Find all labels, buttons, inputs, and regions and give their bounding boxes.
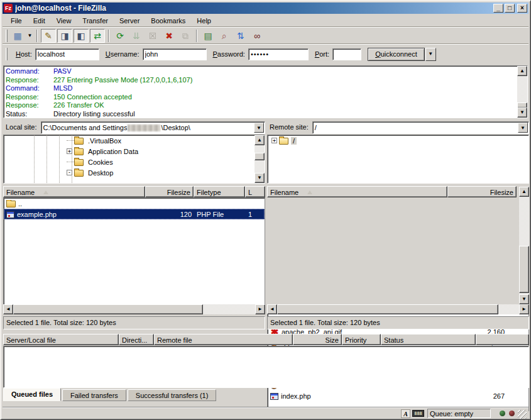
queue-column-remote-file[interactable]: Remote file [154,334,293,345]
remote-site-combobox[interactable]: / ▼ [312,121,529,134]
filetype-cell: PHP File [194,211,246,218]
process-queue-button[interactable]: ⇊ [129,29,144,43]
tree-item-cookies[interactable]: Cookies [4,157,265,167]
open-folder-icon [279,138,288,145]
column-header-l[interactable]: L [245,186,265,197]
remote-list-scrollbar[interactable]: ▲ ▼ [519,187,529,304]
port-input[interactable] [332,48,361,60]
maximize-button[interactable]: □ [505,4,515,13]
host-input[interactable] [35,48,99,60]
status-bar: A 888 Queue: empty [3,407,528,419]
toggle-remote-pane-button[interactable]: ◧ [74,29,89,43]
scroll-up-icon[interactable]: ▲ [519,187,529,197]
refresh-icon: ⟳ [116,31,124,40]
queue-column-priority[interactable]: Priority [342,334,381,345]
log-line: Command:PASV [6,67,516,76]
search-button[interactable]: ∞ [249,29,265,43]
column-header-filetype[interactable]: Filetype [194,186,245,197]
remote-horizontal-scrollbar[interactable]: ◄ ► [267,304,529,314]
remote-hscroll-thumb[interactable] [277,304,498,314]
toggle-log-button[interactable]: ✎ [41,29,56,43]
column-header-filesize[interactable]: Filesize [447,186,517,197]
queue-column-directi-[interactable]: Directi... [119,334,154,345]
tab-failed-transfers[interactable]: Failed transfers [62,389,126,401]
menu-item-server[interactable]: Server [114,16,145,26]
compare-button[interactable]: ⌕ [217,29,232,43]
quickconnect-button[interactable]: Quickconnect [368,48,425,61]
scroll-left-icon[interactable]: ◄ [267,304,277,314]
site-manager-button[interactable]: ▦ [10,29,25,43]
sync-browsing-icon: ⇅ [237,31,244,40]
site-manager-dropdown-button[interactable]: ▼ [26,29,34,43]
remote-list-scrollbar-thumb[interactable] [519,246,529,293]
cancel-button[interactable]: ☒ [145,29,160,43]
minimize-button[interactable]: _ [493,4,503,13]
local-list-header: FilenameFilesizeFiletypeL [3,186,265,197]
collapse-icon[interactable]: - [67,170,72,175]
resize-grip[interactable] [518,410,527,419]
queue-column-status[interactable]: Status [381,334,476,345]
column-header-filename[interactable]: Filename [3,186,145,197]
sync-browsing-button[interactable]: ⇅ [233,29,248,43]
tree-item-desktop[interactable]: -Desktop [4,167,265,178]
filter-button[interactable]: ▤ [200,29,216,43]
window-title: john@localhost - FileZilla [15,4,492,13]
menu-item-edit[interactable]: Edit [28,16,51,26]
filter-icon: ▤ [204,31,212,40]
combo-dropdown-icon[interactable]: ▼ [518,123,528,133]
file-row--[interactable]: .. [4,198,265,209]
menu-item-help[interactable]: Help [191,16,217,26]
local-tree-scrollbar[interactable]: ▲ ▼ [255,135,265,183]
tab-queued-files[interactable]: Queued files [3,388,61,401]
queue-column-empty [476,334,529,345]
menu-item-transfer[interactable]: Transfer [77,16,114,26]
expand-icon[interactable]: + [67,148,72,154]
scroll-down-icon[interactable]: ▼ [519,294,529,304]
filezilla-logo-icon: Fz [4,4,13,13]
password-input[interactable] [248,48,309,60]
column-header-filename[interactable]: Filename [267,186,447,197]
chevron-down-icon: ▼ [28,33,33,38]
tree-item-application-data[interactable]: +Application Data [4,146,265,157]
quickconnect-dropdown-button[interactable]: ▼ [425,48,436,61]
toggle-local-pane-button[interactable]: ◨ [57,29,72,43]
local-horizontal-scrollbar[interactable]: ◄ ► [3,304,265,314]
queue-column-size[interactable]: Size [293,334,342,345]
queue-size-indicator: Queue: empty [427,409,491,418]
close-button[interactable]: × [517,4,527,13]
log-line-text: 150 Connection accepted [53,93,132,102]
username-input[interactable] [143,48,207,60]
file-row-example-php[interactable]: example.php120PHP File1 [4,209,265,219]
expand-icon[interactable]: + [271,138,277,143]
refresh-button[interactable]: ⟳ [112,29,128,43]
scroll-right-icon[interactable]: ► [519,304,529,314]
password-label: Password: [213,50,245,58]
toggle-queue-button[interactable]: ⇄ [90,29,105,43]
reconnect-button[interactable]: ⧉ [178,29,193,43]
combo-dropdown-icon[interactable]: ▼ [254,123,264,133]
menu-item-bookmarks[interactable]: Bookmarks [145,16,191,26]
disconnect-button[interactable]: ✖ [161,29,177,43]
folder-icon [74,148,84,155]
tree-item--virtualbox[interactable]: .VirtualBox [4,135,265,146]
tree-item-root[interactable]: +/ [268,135,528,146]
menu-item-view[interactable]: View [51,16,77,26]
local-site-combobox[interactable]: C:\Documents and Settings\Desktop\ ▼ [41,121,265,134]
filezilla-window: Fz john@localhost - FileZilla _ □ × File… [0,0,531,420]
remote-selection-status: Selected 1 file. Total size: 120 bytes [267,316,529,329]
scroll-up-icon[interactable]: ▲ [255,135,265,145]
scroll-up-icon[interactable]: ▲ [517,66,527,76]
queue-column-server-local-file[interactable]: Server/Local file [3,334,119,345]
scroll-down-icon[interactable]: ▼ [517,108,527,118]
local-hscroll-thumb[interactable] [13,304,203,314]
log-scrollbar[interactable]: ▲ ▼ [517,66,527,118]
local-tree-scrollbar-thumb[interactable] [255,153,265,160]
scroll-right-icon[interactable]: ► [255,304,265,314]
toggle-remote-pane-icon: ◧ [77,31,85,40]
local-path-suffix: \Desktop\ [161,124,190,131]
menu-item-file[interactable]: File [5,16,28,26]
tab-successful-transfers-1-[interactable]: Successful transfers (1) [128,389,217,401]
column-header-filesize[interactable]: Filesize [145,186,194,197]
scroll-down-icon[interactable]: ▼ [255,173,265,183]
scroll-left-icon[interactable]: ◄ [3,304,13,314]
